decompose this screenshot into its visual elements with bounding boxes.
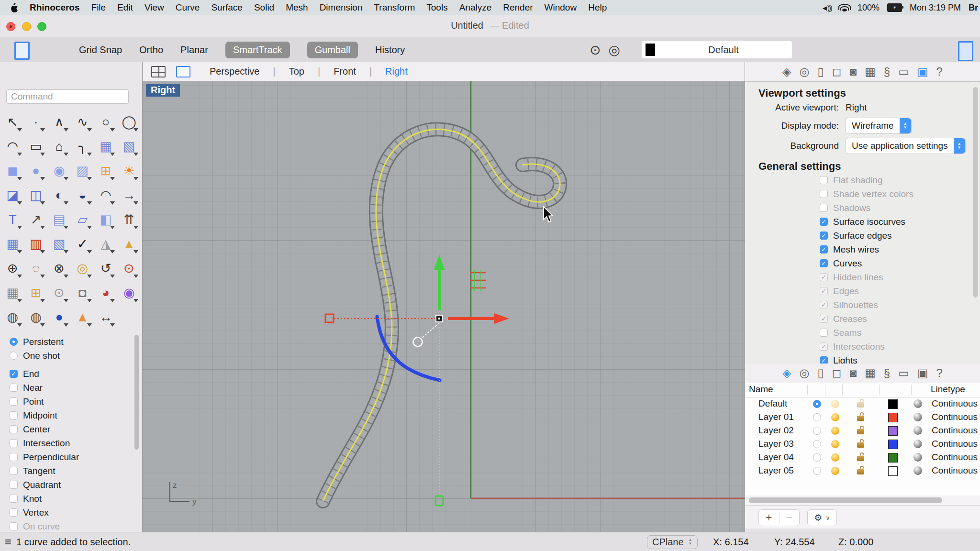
tool-rectangle[interactable]: ▭ (24, 134, 48, 159)
panel-display-icon[interactable]: ▣ (917, 66, 928, 77)
panel-grid-options-icon[interactable]: ▦ (865, 66, 876, 77)
circle-display-icon[interactable]: ◎ (608, 42, 620, 58)
tool-polygon[interactable]: ⌂ (47, 134, 71, 159)
setting-intersections[interactable]: ✓Intersections (820, 340, 913, 353)
panel-named-cplanes-icon[interactable]: ▭ (898, 367, 909, 379)
panel-toggle-left-icon[interactable] (14, 42, 30, 60)
osnap-scrollbar[interactable] (134, 335, 139, 450)
layer-lock-icon[interactable] (857, 429, 864, 434)
layer-color-swatch[interactable] (888, 453, 898, 463)
menu-render[interactable]: Render (497, 2, 538, 13)
menu-rhinoceros[interactable]: Rhinoceros (24, 2, 86, 13)
tool-zoom-extents[interactable]: ⊗ (47, 256, 71, 281)
tab-right[interactable]: Right (374, 66, 419, 77)
osnap-check-center[interactable]: Center (10, 422, 129, 436)
tool-arc[interactable]: ◠ (1, 134, 24, 159)
viewport-right[interactable]: Right (143, 81, 745, 532)
layer-lock-icon[interactable] (857, 442, 864, 448)
tool-point[interactable]: ∙ (24, 110, 48, 134)
menu-surface[interactable]: Surface (205, 2, 248, 13)
layer-row-default[interactable]: DefaultContinuous (745, 397, 980, 411)
layer-row-layer-02[interactable]: Layer 02Continuous (745, 424, 980, 438)
osnap-check-midpoint[interactable]: Midpoint (10, 408, 129, 422)
viewport-title-badge[interactable]: Right (146, 84, 180, 97)
layer-color-swatch[interactable] (888, 426, 898, 436)
tool-zoom-window[interactable]: ◌ (24, 256, 48, 281)
layer-linetype[interactable]: Continuous (932, 425, 978, 436)
layer-lock-icon[interactable] (857, 416, 864, 421)
setting-lights[interactable]: ✓Lights (820, 353, 913, 364)
setting-surface-edges[interactable]: ✓Surface edges (820, 229, 913, 242)
setting-surface-isocurves[interactable]: ✓Surface isocurves (820, 215, 913, 229)
tool-primitives[interactable]: ◮ (94, 232, 118, 256)
tool-color-wheel[interactable]: ◉ (117, 281, 141, 305)
layer-linetype[interactable]: Continuous (932, 452, 978, 463)
tool-turntable[interactable]: ⊙ (117, 256, 141, 281)
tool-sphere-mesh[interactable]: ◍ (24, 305, 48, 330)
tool-surface-points[interactable]: ▦ (94, 134, 118, 159)
command-input[interactable] (6, 89, 129, 104)
setting-edges[interactable]: ✓Edges (820, 284, 913, 298)
layer-current-radio[interactable] (813, 467, 821, 475)
tool-analyze[interactable]: ◕ (94, 281, 118, 305)
panel-named-cplanes-icon[interactable]: ▭ (898, 66, 909, 77)
tool-group[interactable]: ⊞ (24, 281, 48, 305)
layer-visibility-bulb-icon[interactable] (831, 467, 839, 475)
layer-material-icon[interactable] (913, 453, 922, 462)
setting-shade-vertex-colors[interactable]: Shade vertex colors (820, 187, 913, 201)
layer-row-layer-04[interactable]: Layer 04Continuous (745, 451, 980, 464)
panel-layers-icon[interactable]: ◈ (782, 367, 791, 379)
panel-box-edit-icon[interactable]: ◻ (832, 66, 842, 77)
layer-row-layer-01[interactable]: Layer 01Continuous (745, 411, 980, 424)
setting-creases[interactable]: ✓Creases (820, 312, 913, 326)
tool-offset-surface[interactable]: ▧ (47, 232, 71, 256)
tool-circle[interactable]: ○ (94, 110, 118, 134)
volume-icon[interactable]: ◄))) (821, 4, 832, 12)
wifi-icon[interactable] (839, 4, 850, 11)
setting-seams[interactable]: Seams (820, 326, 913, 340)
layer-lock-icon[interactable] (857, 402, 864, 408)
panel-toggle-right-icon[interactable] (958, 41, 973, 61)
menu-help[interactable]: Help (582, 2, 612, 13)
toggle-smarttrack[interactable]: SmartTrack (225, 42, 290, 58)
tool-boolean-difference[interactable]: ◒ (71, 183, 94, 208)
tool-array-move[interactable]: ▤ (47, 208, 71, 232)
layer-material-icon[interactable] (913, 426, 922, 435)
tool-scale[interactable]: ↗ (24, 208, 48, 232)
layer-color-swatch[interactable] (888, 440, 898, 449)
osnap-check-end[interactable]: ✓End (10, 367, 129, 381)
layers-hscrollbar[interactable] (745, 496, 980, 505)
osnap-check-near[interactable]: Near (10, 381, 129, 395)
menu-analyze[interactable]: Analyze (454, 2, 498, 13)
panel-named-views-icon[interactable]: ◙ (850, 367, 857, 379)
menu-transform[interactable]: Transform (368, 2, 421, 13)
toggle-ortho[interactable]: Ortho (139, 44, 163, 55)
tool-adjust-curve[interactable]: ◠ (94, 183, 118, 208)
setting-curves[interactable]: ✓Curves (820, 256, 913, 270)
tool-cplane[interactable]: ▦ (1, 281, 24, 305)
tool-undo-view[interactable]: ↺ (94, 256, 118, 281)
panel-properties-icon[interactable]: ◎ (800, 367, 810, 379)
layer-row-layer-03[interactable]: Layer 03Continuous (745, 438, 980, 451)
tool-sphere[interactable]: ● (24, 159, 48, 183)
setting-shadows[interactable]: Shadows (820, 201, 913, 215)
four-viewport-layout-icon[interactable] (151, 66, 166, 77)
layer-material-icon[interactable] (913, 440, 922, 448)
tool-light[interactable]: ⊙ (47, 281, 71, 305)
tool-curve[interactable]: ∿ (71, 110, 94, 134)
tool-render-sphere[interactable]: ● (47, 305, 71, 330)
layer-options-button[interactable]: ⚙ ∨ (807, 509, 837, 526)
layer-current-radio[interactable] (813, 400, 821, 408)
viewport-canvas[interactable]: z y (143, 81, 745, 532)
tab-front[interactable]: Front (322, 66, 368, 77)
menu-tools[interactable]: Tools (421, 2, 453, 13)
tool-ellipse[interactable]: ◯ (117, 110, 141, 134)
osnap-radio-one-shot[interactable]: One shot (10, 349, 129, 363)
menubar-clock[interactable]: Mon 3:19 PM (910, 3, 961, 13)
layer-material-icon[interactable] (913, 413, 922, 421)
tool-fillet[interactable]: ╮ (71, 134, 94, 159)
status-list-icon[interactable]: ≡ (5, 535, 11, 549)
osnap-check-quadrant[interactable]: Quadrant (10, 478, 129, 492)
toggle-grid-snap[interactable]: Grid Snap (79, 44, 122, 55)
tool-array-grid[interactable]: ▦ (1, 232, 24, 256)
